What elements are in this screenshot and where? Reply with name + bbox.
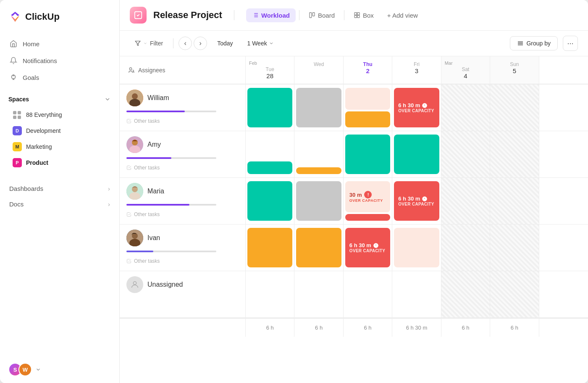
amy-cell-fri xyxy=(392,131,441,177)
assignee-info-unassigned: Unassigned xyxy=(120,271,246,317)
more-options-button[interactable]: ··· xyxy=(563,36,578,51)
william-block-fri-over[interactable]: 6 h 30 m OVER CAPACITY xyxy=(394,88,439,127)
william-block-thu-peach[interactable] xyxy=(345,88,390,110)
sidebar-footer: S W xyxy=(0,356,119,383)
svg-point-42 xyxy=(133,282,136,285)
assignee-info-maria: Maria Other tasks xyxy=(120,178,246,224)
chevron-right-icon: › xyxy=(108,185,110,192)
next-arrow[interactable]: › xyxy=(194,37,207,50)
avatar-maria xyxy=(126,183,143,200)
svg-marker-15 xyxy=(135,41,140,46)
footer-label-cell xyxy=(120,319,246,337)
day-num-28: 28 xyxy=(249,72,291,79)
ivan-block-thu-over[interactable]: 6 h 30 m OVER CAPACITY xyxy=(345,228,390,267)
unassigned-cell-tue xyxy=(246,271,294,317)
william-over-time: 6 h 30 m xyxy=(398,102,420,108)
william-cell-tue xyxy=(246,85,294,131)
app-name: ClickUp xyxy=(25,11,60,22)
sidebar-item-home[interactable]: Home xyxy=(5,35,114,52)
william-block-tue[interactable] xyxy=(247,88,292,127)
avatar-william xyxy=(126,90,143,106)
ivan-other-tasks[interactable]: Other tasks xyxy=(126,256,239,266)
add-view-btn[interactable]: + Add view xyxy=(381,8,424,22)
footer-sun: 6 h xyxy=(490,319,539,337)
svg-marker-0 xyxy=(11,12,19,16)
maria-profile: Maria xyxy=(126,183,239,200)
toolbar: Filter ‹ › Today 1 Week Group by ··· xyxy=(120,31,588,56)
william-other-tasks[interactable]: Other tasks xyxy=(126,116,239,126)
maria-block-fri-over[interactable]: 6 h 30 m OVER CAPACITY xyxy=(394,181,439,221)
week-selector[interactable]: 1 Week xyxy=(243,37,278,49)
amy-block-thu[interactable] xyxy=(345,135,390,174)
day-name-sat: Sat xyxy=(445,66,486,72)
chevron-down-icon[interactable] xyxy=(104,96,111,103)
filter-button[interactable]: Filter xyxy=(130,37,168,49)
dashboards-label: Dashboards xyxy=(9,185,43,192)
today-button[interactable]: Today xyxy=(212,37,238,49)
sidebar-item-dashboards[interactable]: Dashboards › xyxy=(5,181,114,196)
sidebar-item-everything[interactable]: 88 Everything xyxy=(8,107,111,123)
amy-cell-sat xyxy=(441,131,490,177)
maria-cell-tue xyxy=(246,178,294,224)
ivan-block-wed[interactable] xyxy=(296,228,341,267)
spaces-header: Spaces xyxy=(8,96,111,103)
maria-thu-red-bar[interactable] xyxy=(345,214,390,221)
unassigned-cell-fri xyxy=(392,271,441,317)
svg-rect-12 xyxy=(357,13,360,15)
sidebar-item-goals[interactable]: Goals xyxy=(5,69,114,86)
footer-fri: 6 h 30 m xyxy=(392,319,441,337)
amy-other-tasks[interactable]: Other tasks xyxy=(126,163,239,172)
tab-workload[interactable]: Workload xyxy=(246,8,296,22)
day-name-fri: Fri xyxy=(396,61,437,67)
sidebar-item-docs[interactable]: Docs › xyxy=(5,196,114,212)
marketing-label: Marketing xyxy=(26,143,52,150)
amy-block-wed[interactable] xyxy=(296,167,341,174)
maria-block-wed[interactable] xyxy=(296,181,341,221)
amy-block-tue[interactable] xyxy=(247,161,292,174)
amy-block-fri[interactable] xyxy=(394,135,439,174)
william-block-thu-orange[interactable] xyxy=(345,111,390,127)
sidebar-item-product[interactable]: P Product xyxy=(8,155,111,171)
workload-label: Workload xyxy=(261,12,290,19)
filter-label: Filter xyxy=(150,40,163,47)
main-content: Release Project Workload Board Box xyxy=(120,0,588,383)
tab-box[interactable]: Box xyxy=(348,8,380,22)
maria-over-label: OVER CAPACITY xyxy=(398,202,435,206)
ivan-block-tue[interactable] xyxy=(247,228,292,267)
month-mar: Mar xyxy=(445,61,486,66)
marketing-icon: M xyxy=(13,142,22,151)
row-william: William Other tasks xyxy=(120,85,588,131)
tab-board[interactable]: Board xyxy=(303,8,341,22)
day-name-sun: Sun xyxy=(494,61,535,67)
sidebar-item-marketing[interactable]: M Marketing xyxy=(8,139,111,155)
svg-rect-11 xyxy=(354,13,357,15)
goals-label: Goals xyxy=(23,74,39,81)
maria-other-tasks[interactable]: Other tasks xyxy=(126,210,239,219)
svg-point-22 xyxy=(132,93,138,99)
maria-cell-thu: 30 m ! OVER CAPACITY xyxy=(344,178,392,224)
sidebar-item-notifications[interactable]: Notifications xyxy=(5,52,114,69)
tab-divider-2 xyxy=(344,10,344,20)
day-name-thu: Thu xyxy=(347,61,388,67)
maria-thu-peach[interactable]: 30 m ! OVER CAPACITY xyxy=(345,181,390,212)
day-num-3: 3 xyxy=(396,67,437,74)
user-menu-icon[interactable] xyxy=(35,367,41,372)
amy-capacity-bar xyxy=(126,157,216,159)
william-cell-sun xyxy=(490,85,539,131)
sidebar-item-development[interactable]: D Development xyxy=(8,123,111,139)
prev-arrow[interactable]: ‹ xyxy=(178,37,192,50)
ivan-cell-tue xyxy=(246,225,294,271)
ivan-block-fri[interactable] xyxy=(394,228,439,267)
board-label: Board xyxy=(318,12,335,19)
day-num-2: 2 xyxy=(347,67,388,74)
group-by-button[interactable]: Group by xyxy=(510,36,558,50)
amy-name: Amy xyxy=(147,141,161,148)
william-block-wed[interactable] xyxy=(296,88,341,127)
notifications-label: Notifications xyxy=(23,57,57,64)
assignee-info-william: William Other tasks xyxy=(120,85,246,131)
group-by-label: Group by xyxy=(526,40,551,47)
view-tabs: Workload Board Box + Add view xyxy=(246,8,424,22)
spaces-title: Spaces xyxy=(8,96,29,103)
maria-block-tue[interactable] xyxy=(247,181,292,221)
row-ivan: Ivan Other tasks xyxy=(120,225,588,271)
